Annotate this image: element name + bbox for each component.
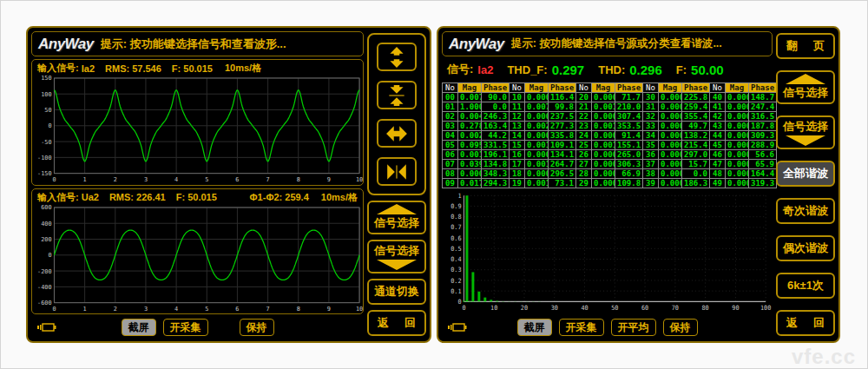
expand-vertical-button[interactable] [377,43,417,71]
wave2-signal-value: Ua2 [82,192,99,202]
left-hint-text: 提示: 按功能键选择信号和查看波形... [101,36,286,52]
back-button-right[interactable]: 返回 [776,310,835,336]
harmonic-cell: 0.000 [525,93,549,102]
svg-text:0.9: 0.9 [450,202,461,210]
harmonic-cell: 0.000 [525,150,549,160]
harmonic-cell: 66.9 [615,169,643,179]
harmonic-cell: 41 [710,102,726,112]
svg-text:0.8: 0.8 [450,213,461,221]
harmonic-cell: 1.000 [458,102,482,112]
start-capture-button[interactable]: 开采集 [559,319,604,336]
harmonic-cell: 26 [576,150,592,160]
harmonic-cell: 29 [576,179,592,188]
svg-text:50: 50 [611,304,618,312]
all-harmonics-button[interactable]: 全部谐波 [776,161,835,187]
harmonics-table: NoMagPhaseNoMagPhaseNoMagPhaseNoMagPhase… [442,82,777,188]
harmonic-cell: 01 [443,102,458,112]
harmonic-cell: 307.4 [615,112,643,122]
screenshot-button[interactable]: 截屏 [122,319,156,336]
table-header-cell: No [576,83,592,93]
harmonic-row: 080.000348.3180.000296.5280.00066.9380.0… [443,169,777,179]
harmonic-cell: 0.0 [682,169,710,179]
signal-select-down-button[interactable]: 信号选择 [367,240,426,273]
harmonic-cell: 0.000 [592,160,615,169]
svg-text:0.7: 0.7 [450,223,461,231]
harmonic-cell: 297.0 [682,150,710,160]
svg-text:10: 10 [356,305,363,312]
harmonic-cell: 155.1 [615,141,643,150]
hold-button[interactable]: 保持 [240,319,274,336]
harmonic-row: 020.004246.3120.000237.5220.000307.4320.… [443,112,777,122]
harmonic-cell: 90.0 [482,93,510,102]
harmonic-cell: 0.001 [525,179,549,188]
compress-horizontal-button[interactable] [377,157,417,186]
harmonic-cell: 31 [643,102,659,112]
odd-harmonics-button[interactable]: 奇次谐波 [776,198,835,224]
harmonic-cell: 36 [643,150,659,160]
expand-horizontal-button[interactable] [377,119,417,148]
compress-vertical-icon [385,85,408,106]
svg-text:-50: -50 [41,139,51,146]
harmonic-cell: 14 [510,131,525,141]
harmonic-cell: 33 [643,122,659,131]
svg-text:1: 1 [83,305,87,312]
six-k-harmonics-button[interactable]: 6k±1次 [776,273,835,299]
harmonic-cell: 24 [576,131,592,141]
left-main-area: AnyWay 提示: 按功能键选择信号和查看波形... 输入信号: Ia2 RM… [31,31,364,338]
harmonic-cell: 42 [710,112,726,122]
harmonic-cell: 277.3 [549,122,576,131]
svg-text:200: 200 [41,235,51,242]
harmonic-cell: 163.4 [482,122,510,131]
page-flip-button[interactable]: 翻页 [776,33,835,59]
harmonic-cell: 32 [643,112,659,122]
svg-text:80: 80 [701,304,708,312]
signal-select-up-button[interactable]: 信号选择 [367,201,426,234]
ua2-waveform-plot: 6004002000-200-400-600012345678910 [32,204,363,314]
wave1-freq-label: F: [172,63,181,74]
start-capture-button[interactable]: 开采集 [163,319,208,336]
battery-icon [447,322,468,333]
channel-switch-button[interactable]: 通道切换 [367,279,426,305]
svg-text:5: 5 [205,305,208,312]
harmonic-cell: 22 [576,112,592,122]
right-hint-text: 提示: 按功能键选择信号源或分类查看谐波... [511,36,722,51]
harmonic-cell: 11 [510,102,525,112]
left-header-bar: AnyWay 提示: 按功能键选择信号和查看波形... [31,31,364,56]
harmonic-cell: 0.000 [659,160,682,169]
harmonic-cell: 13 [510,122,525,131]
wave1-signal-label: 输入信号: [37,62,79,75]
wave1-freq-value: 50.015 [183,63,213,74]
harmonic-cell: 319.3 [749,179,777,188]
harmonic-cell: 0.007 [525,102,549,112]
svg-text:0: 0 [462,304,465,312]
even-harmonics-button[interactable]: 偶次谐波 [776,235,835,261]
svg-text:0.1: 0.1 [450,287,461,295]
svg-text:90: 90 [732,304,739,312]
start-average-button[interactable]: 开平均 [611,319,656,336]
signal-select-down-button[interactable]: 信号选择 [776,115,835,149]
harmonic-cell: 138.2 [682,131,710,141]
harmonic-cell: 0.000 [659,112,682,122]
hold-button[interactable]: 保持 [663,319,698,336]
compress-vertical-button[interactable] [377,81,417,109]
harmonic-cell: 0.000 [592,169,615,179]
harmonic-cell: 331.5 [482,141,510,150]
waveform-panel-ua2: 输入信号: Ua2 RMS: 226.41 F: 50.015 Φ1-Φ2: 2… [31,188,364,315]
harmonic-cell: 19 [510,179,525,188]
svg-text:0.4: 0.4 [450,255,461,263]
harmonic-cell: 15 [510,141,525,150]
harmonic-cell: 37 [643,160,659,169]
screenshot-button[interactable]: 截屏 [517,319,552,336]
back-button-left[interactable]: 返回 [367,310,426,336]
harmonic-cell: 43 [710,122,726,131]
harmonic-cell: 12 [510,112,525,122]
harmonic-cell: 0.000 [592,93,615,102]
harmonic-cell: 28 [576,169,592,179]
right-main-area: AnyWay 提示: 按功能键选择信号源或分类查看谐波... 信号: Ia2 T… [442,31,773,338]
harmonic-cell: 21 [576,102,592,112]
harmonic-cell: 09 [443,179,458,188]
harmonic-cell: 0.001 [525,160,549,169]
freq-value: 50.00 [691,63,724,77]
signal-select-up-button[interactable]: 信号选择 [776,70,835,104]
svg-text:600: 600 [41,204,51,211]
